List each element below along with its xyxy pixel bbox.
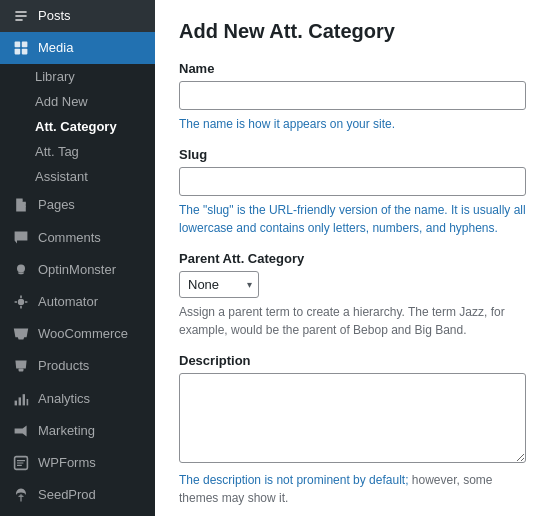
sidebar-item-posts-label: Posts <box>38 7 71 25</box>
sidebar-item-att-tag[interactable]: Att. Tag <box>0 139 155 164</box>
main-content: Add New Att. Category Name The name is h… <box>155 0 550 516</box>
svg-rect-9 <box>23 394 25 405</box>
description-input[interactable] <box>179 373 526 463</box>
name-input[interactable] <box>179 81 526 110</box>
sidebar-item-add-new[interactable]: Add New <box>0 89 155 114</box>
sidebar-item-comments[interactable]: Comments <box>0 222 155 254</box>
svg-rect-10 <box>27 399 29 405</box>
parent-label: Parent Att. Category <box>179 251 526 266</box>
sidebar-item-automator-label: Automator <box>38 293 98 311</box>
svg-point-4 <box>17 264 25 272</box>
comments-icon <box>12 229 30 247</box>
media-icon <box>12 39 30 57</box>
sidebar-item-wpforms[interactable]: WPForms <box>0 447 155 479</box>
page-title: Add New Att. Category <box>179 20 526 43</box>
name-label: Name <box>179 61 526 76</box>
sidebar-item-marketing-label: Marketing <box>38 422 95 440</box>
sidebar-item-automator[interactable]: Automator <box>0 286 155 318</box>
sidebar-item-seedprod-label: SeedProd <box>38 486 96 504</box>
analytics-icon <box>12 390 30 408</box>
sidebar-item-pages-label: Pages <box>38 196 75 214</box>
sidebar-item-woocommerce[interactable]: WooCommerce <box>0 318 155 350</box>
sidebar-item-seedprod[interactable]: SeedProd <box>0 479 155 511</box>
sidebar-item-att-category[interactable]: Att. Category <box>0 114 155 139</box>
svg-rect-1 <box>22 42 28 48</box>
sidebar-item-posts[interactable]: Posts <box>0 0 155 32</box>
sidebar-item-library[interactable]: Library <box>0 64 155 89</box>
description-label: Description <box>179 353 526 368</box>
optinmonster-icon <box>12 261 30 279</box>
sidebar-item-assistant[interactable]: Assistant <box>0 164 155 189</box>
sidebar-item-products-label: Products <box>38 357 89 375</box>
parent-field: Parent Att. Category None ▾ Assign a par… <box>179 251 526 339</box>
description-hint: The description is not prominent by defa… <box>179 471 526 507</box>
sidebar-item-pages[interactable]: Pages <box>0 189 155 221</box>
sidebar-item-media[interactable]: Media <box>0 32 155 64</box>
svg-rect-6 <box>19 369 24 372</box>
slug-hint: The "slug" is the URL-friendly version o… <box>179 201 526 237</box>
svg-rect-8 <box>19 397 21 405</box>
sidebar-item-products[interactable]: Products <box>0 350 155 382</box>
sidebar: Posts Media Library Add New Att. Categor… <box>0 0 155 516</box>
description-field: Description The description is not promi… <box>179 353 526 507</box>
sidebar-item-comments-label: Comments <box>38 229 101 247</box>
pages-icon <box>12 196 30 214</box>
sidebar-item-wpforms-label: WPForms <box>38 454 96 472</box>
sidebar-item-woocommerce-label: WooCommerce <box>38 325 128 343</box>
products-icon <box>12 357 30 375</box>
sidebar-item-analytics-label: Analytics <box>38 390 90 408</box>
woocommerce-icon <box>12 325 30 343</box>
wpforms-icon <box>12 454 30 472</box>
parent-select-wrapper: None ▾ <box>179 271 259 298</box>
sidebar-item-optinmonster[interactable]: OptinMonster <box>0 254 155 286</box>
sidebar-item-optinmonster-label: OptinMonster <box>38 261 116 279</box>
name-field: Name The name is how it appears on your … <box>179 61 526 133</box>
svg-rect-3 <box>22 49 28 55</box>
svg-rect-7 <box>15 400 17 405</box>
posts-icon <box>12 7 30 25</box>
slug-label: Slug <box>179 147 526 162</box>
name-hint: The name is how it appears on your site. <box>179 115 526 133</box>
sidebar-item-analytics[interactable]: Analytics <box>0 383 155 415</box>
svg-rect-0 <box>15 42 21 48</box>
media-submenu: Library Add New Att. Category Att. Tag A… <box>0 64 155 189</box>
description-hint-prefix: The description is not prominent by defa… <box>179 473 408 487</box>
parent-select[interactable]: None <box>179 271 259 298</box>
sidebar-item-media-label: Media <box>38 39 73 57</box>
seedprod-icon <box>12 486 30 504</box>
automator-icon <box>12 293 30 311</box>
svg-rect-2 <box>15 49 21 55</box>
parent-hint: Assign a parent term to create a hierarc… <box>179 303 526 339</box>
sidebar-item-marketing[interactable]: Marketing <box>0 415 155 447</box>
marketing-icon <box>12 422 30 440</box>
svg-point-5 <box>18 299 24 305</box>
slug-input[interactable] <box>179 167 526 196</box>
slug-field: Slug The "slug" is the URL-friendly vers… <box>179 147 526 237</box>
